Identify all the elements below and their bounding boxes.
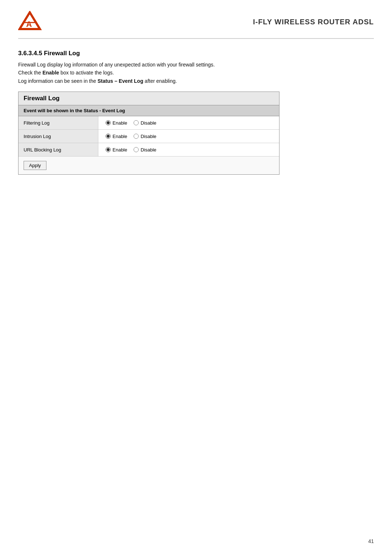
url-blocking-enable-group[interactable]: Enable [106,147,127,153]
filtering-log-controls: Enable Disable [98,117,164,129]
desc-line1: Firewall Log display log information of … [18,62,215,68]
url-blocking-enable-radio[interactable] [106,147,111,152]
apply-row: Apply [19,157,279,174]
desc-line3-suffix: after enabling. [143,78,177,84]
section-description: Firewall Log display log information of … [18,61,374,85]
intrusion-log-row: Intrusion Log Enable Disable [19,130,279,143]
logo: A [18,11,44,33]
intrusion-log-controls: Enable Disable [98,131,164,142]
intrusion-disable-group[interactable]: Disable [134,134,156,139]
url-blocking-log-controls: Enable Disable [98,144,164,155]
desc-line3-prefix: Log information can be seen in the [18,78,98,84]
firewall-panel: Firewall Log Event will be shown in the … [18,92,279,175]
filtering-log-row: Filtering Log Enable Disable [19,116,279,130]
filtering-disable-group[interactable]: Disable [134,120,156,126]
url-blocking-disable-radio[interactable] [134,147,139,152]
section-heading: 3.6.3.4.5 Firewall Log [18,50,374,57]
url-blocking-log-label: URL Blocking Log [19,143,98,156]
header-title: I-FLY WIRELESS ROUTER ADSL [253,18,374,26]
apply-button[interactable]: Apply [24,161,46,170]
desc-line2-suffix: box to activate the logs. [59,70,114,76]
firewall-panel-title: Firewall Log [19,92,279,105]
desc-line2-prefix: Check the [18,70,42,76]
intrusion-enable-group[interactable]: Enable [106,134,127,139]
url-blocking-disable-group[interactable]: Disable [134,147,156,153]
logo-icon: A [18,11,42,31]
filtering-log-label: Filtering Log [19,116,98,129]
page-container: A I-FLY WIRELESS ROUTER ADSL 3.6.3.4.5 F… [0,0,392,555]
desc-line3-bold: Status – Event Log [98,78,143,84]
intrusion-enable-label: Enable [113,134,127,139]
page-number: 41 [368,538,374,544]
filtering-enable-label: Enable [113,120,127,126]
url-blocking-log-row: URL Blocking Log Enable Disable [19,143,279,157]
url-blocking-enable-label: Enable [113,147,127,153]
header: A I-FLY WIRELESS ROUTER ADSL [18,11,374,39]
intrusion-disable-label: Disable [140,134,156,139]
filtering-enable-group[interactable]: Enable [106,120,127,126]
intrusion-log-label: Intrusion Log [19,130,98,143]
desc-line2-bold: Enable [42,70,59,76]
svg-text:A: A [26,20,32,29]
filtering-enable-radio[interactable] [106,120,111,125]
filtering-disable-radio[interactable] [134,120,139,125]
url-blocking-disable-label: Disable [140,147,156,153]
intrusion-disable-radio[interactable] [134,134,139,139]
event-header: Event will be shown in the Status - Even… [19,105,279,116]
filtering-disable-label: Disable [140,120,156,126]
intrusion-enable-radio[interactable] [106,134,111,139]
